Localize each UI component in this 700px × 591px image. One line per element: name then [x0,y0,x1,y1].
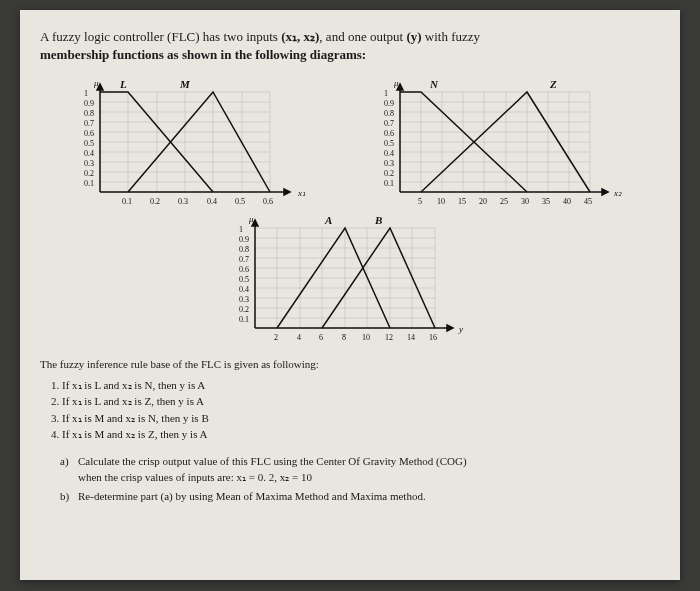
header-text: , and one output [319,29,406,44]
chart-x2: μ x₂ N Z 1 0.9 0.8 0.7 0.6 0.5 0.4 0.3 0… [370,78,630,208]
mf-label-Z: Z [549,78,557,90]
y-axis-label: μ [248,214,254,224]
svg-text:0.7: 0.7 [84,119,94,128]
x-axis-label: x₂ [613,188,622,198]
rule-item: If x₁ is L and x₂ is N, then y is A [62,377,660,394]
svg-text:35: 35 [542,197,550,206]
svg-text:0.6: 0.6 [263,197,273,206]
output-symbol: (y) [406,29,421,44]
chart-y-svg: μ y A B 1 0.9 0.8 0.7 0.6 0.5 0.4 0.3 0.… [225,214,475,344]
svg-text:0.9: 0.9 [239,235,249,244]
svg-text:15: 15 [458,197,466,206]
svg-text:14: 14 [407,333,415,342]
svg-text:20: 20 [479,197,487,206]
page: A fuzzy logic controller (FLC) has two i… [20,10,680,580]
svg-text:0.8: 0.8 [239,245,249,254]
mf-label-B: B [374,214,382,226]
grid [400,92,590,192]
svg-text:0.3: 0.3 [178,197,188,206]
question-b: b) Re-determine part (a) by using Mean o… [60,488,660,505]
svg-text:0.5: 0.5 [384,139,394,148]
svg-text:0.6: 0.6 [384,129,394,138]
svg-text:0.5: 0.5 [239,275,249,284]
svg-text:0.8: 0.8 [84,109,94,118]
chart-row-bottom: μ y A B 1 0.9 0.8 0.7 0.6 0.5 0.4 0.3 0.… [40,214,660,344]
svg-text:0.2: 0.2 [384,169,394,178]
chart-x2-svg: μ x₂ N Z 1 0.9 0.8 0.7 0.6 0.5 0.4 0.3 0… [370,78,630,208]
svg-text:4: 4 [297,333,301,342]
svg-text:45: 45 [584,197,592,206]
svg-text:0.3: 0.3 [384,159,394,168]
grid [255,228,435,328]
svg-text:0.4: 0.4 [384,149,394,158]
mf-label-A: A [324,214,332,226]
chart-x1: μ x₁ L M 1 0.9 0.8 0.7 0.6 0.5 0.4 0.3 0… [70,78,310,208]
svg-text:0.7: 0.7 [239,255,249,264]
svg-text:5: 5 [418,197,422,206]
svg-text:0.6: 0.6 [84,129,94,138]
y-axis-label: μ [393,78,399,88]
question-text: Re-determine part (a) by using Mean of M… [78,488,426,505]
rule-item: If x₁ is M and x₂ is N, then y is B [62,410,660,427]
header-line2: membership functions as shown in the fol… [40,47,366,62]
questions-section: a) Calculate the crisp output value of t… [60,453,660,505]
svg-text:0.4: 0.4 [207,197,217,206]
mf-label-M: M [179,78,191,90]
chart-x1-svg: μ x₁ L M 1 0.9 0.8 0.7 0.6 0.5 0.4 0.3 0… [70,78,310,208]
rules-intro: The fuzzy inference rule base of the FLC… [40,356,660,373]
rule-item: If x₁ is M and x₂ is Z, then y is A [62,426,660,443]
x-axis-label: x₁ [297,188,306,198]
svg-text:1: 1 [384,89,388,98]
mf-label-N: N [429,78,439,90]
svg-marker-16 [284,189,290,195]
svg-text:25: 25 [500,197,508,206]
charts-row-top: μ x₁ L M 1 0.9 0.8 0.7 0.6 0.5 0.4 0.3 0… [40,78,660,208]
question-label: b) [60,488,78,505]
svg-text:1: 1 [239,225,243,234]
rules-list: If x₁ is L and x₂ is N, then y is A If x… [62,377,660,443]
svg-text:10: 10 [437,197,445,206]
svg-text:0.5: 0.5 [84,139,94,148]
svg-text:2: 2 [274,333,278,342]
problem-header: A fuzzy logic controller (FLC) has two i… [40,28,660,64]
header-text: A fuzzy logic controller (FLC) has two i… [40,29,281,44]
question-label: a) [60,453,78,486]
rules-section: The fuzzy inference rule base of the FLC… [40,356,660,443]
x-axis-label: y [458,324,463,334]
svg-marker-94 [447,325,453,331]
svg-text:0.5: 0.5 [235,197,245,206]
svg-text:0.1: 0.1 [239,315,249,324]
svg-text:0.2: 0.2 [239,305,249,314]
svg-text:0.1: 0.1 [122,197,132,206]
svg-text:0.2: 0.2 [150,197,160,206]
y-axis-label: μ [93,78,99,88]
svg-text:16: 16 [429,333,437,342]
svg-text:0.2: 0.2 [84,169,94,178]
question-a: a) Calculate the crisp output value of t… [60,453,660,486]
svg-text:0.3: 0.3 [239,295,249,304]
svg-text:0.3: 0.3 [84,159,94,168]
inputs-symbol: (x₁, x₂) [281,29,319,44]
rule-item: If x₁ is L and x₂ is Z, then y is A [62,393,660,410]
svg-text:1: 1 [84,89,88,98]
svg-text:12: 12 [385,333,393,342]
svg-marker-54 [602,189,608,195]
question-text: Calculate the crisp output value of this… [78,455,467,467]
svg-text:10: 10 [362,333,370,342]
svg-text:0.6: 0.6 [239,265,249,274]
svg-text:0.8: 0.8 [384,109,394,118]
question-text: when the crisp values of inputs are: x₁ … [78,471,312,483]
svg-text:0.9: 0.9 [384,99,394,108]
svg-text:0.7: 0.7 [384,119,394,128]
svg-text:0.4: 0.4 [239,285,249,294]
svg-text:40: 40 [563,197,571,206]
svg-text:0.1: 0.1 [384,179,394,188]
header-text: with fuzzy [422,29,480,44]
svg-text:0.9: 0.9 [84,99,94,108]
svg-text:8: 8 [342,333,346,342]
mf-label-L: L [119,78,127,90]
svg-text:30: 30 [521,197,529,206]
grid [100,92,270,192]
chart-y: μ y A B 1 0.9 0.8 0.7 0.6 0.5 0.4 0.3 0.… [225,214,475,344]
svg-text:6: 6 [319,333,323,342]
